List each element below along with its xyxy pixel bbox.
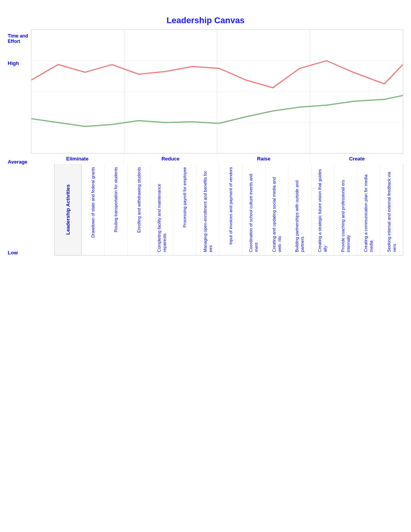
y-axis-title: Time and Effort xyxy=(8,33,31,44)
y-label-low: Low xyxy=(8,250,31,256)
list-item: Creating and updating social media and w… xyxy=(265,164,288,255)
category-create: Create xyxy=(310,153,403,164)
activity-text: Routing transportation for students xyxy=(113,167,118,232)
activities-header-col: Leadership Activities xyxy=(55,164,82,255)
chart-container xyxy=(31,29,403,153)
chart-title: Leadership Canvas xyxy=(8,15,403,26)
activity-text: Creating a strategic future vision that … xyxy=(317,167,328,252)
activity-items: Drawdown of state and federal grants Rou… xyxy=(82,164,403,255)
list-item: Seeking internal and external feedback v… xyxy=(380,164,403,255)
category-eliminate: Eliminate xyxy=(31,153,124,164)
list-item: Building partnerships with outside and p… xyxy=(288,164,311,255)
activity-text: Seeking internal and external feedback v… xyxy=(386,167,397,252)
activity-text: Building partnerships with outside and p… xyxy=(294,167,305,252)
list-item: Coordination of school culture events an… xyxy=(243,164,265,255)
activity-text: Processing payroll for employee xyxy=(182,167,187,228)
activity-text: Enrolling and withdrawing students xyxy=(136,167,142,233)
list-item: Creating a communication plan for media … xyxy=(357,164,380,255)
list-item: Processing payroll for employee xyxy=(173,164,196,255)
chart-svg xyxy=(31,30,403,153)
list-item: Creating a strategic future vision that … xyxy=(312,164,334,255)
category-raise: Raise xyxy=(217,153,311,164)
activity-text: Creating a communication plan for media … xyxy=(363,167,374,252)
activity-text: Completing facility and maintenance repa… xyxy=(156,167,168,252)
y-label-average: Average xyxy=(8,159,31,165)
y-label-high: High xyxy=(8,60,31,66)
y-axis: Time and Effort High Average Low xyxy=(8,29,31,256)
activities-table: Leadership Activities Drawdown of state … xyxy=(54,164,403,256)
list-item: Managing open-enrollment and benefits fo… xyxy=(197,164,219,255)
list-item: Drawdown of state and federal grants xyxy=(82,164,104,255)
page: Leadership Canvas Time and Effort High A… xyxy=(0,0,411,271)
activity-text: Input of invoices and payment of vendors xyxy=(228,167,233,245)
x-categories: Eliminate Reduce Raise Create xyxy=(31,153,403,164)
activity-text: Coordination of school culture events an… xyxy=(248,167,259,252)
list-item: Provide coaching and professional ers in… xyxy=(334,164,357,255)
list-item: Enrolling and withdrawing students xyxy=(128,164,151,255)
list-item: Completing facility and maintenance repa… xyxy=(151,164,173,255)
list-item: Input of invoices and payment of vendors xyxy=(219,164,242,255)
main-content: Eliminate Reduce Raise Create Leadership… xyxy=(31,29,403,256)
activity-text: Creating and updating social media and w… xyxy=(271,167,283,252)
activities-header-label: Leadership Activities xyxy=(65,184,71,235)
activity-text: Provide coaching and professional ers in… xyxy=(340,167,351,252)
activity-text: Managing open-enrollment and benefits fo… xyxy=(202,167,214,252)
category-reduce: Reduce xyxy=(124,153,217,164)
list-item: Routing transportation for students xyxy=(104,164,127,255)
activity-text: Drawdown of state and federal grants xyxy=(90,167,96,238)
